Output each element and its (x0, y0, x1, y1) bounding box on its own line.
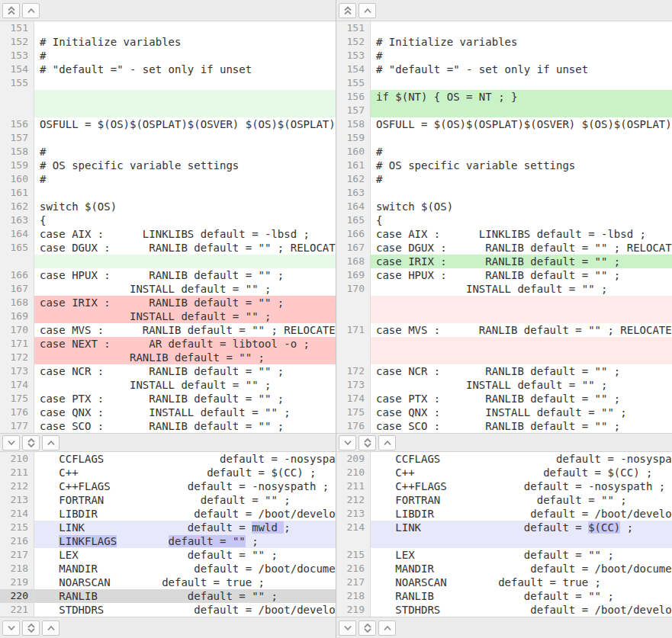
diff-row[interactable]: 171case MVS : RANLIB default = "" ; RELO… (336, 323, 672, 337)
diff-row[interactable]: 166case AIX : LINKLIBS default = -lbsd ; (336, 227, 672, 241)
diff-row[interactable]: 167 INSTALL default = "" ; (0, 282, 336, 296)
diff-row[interactable]: 174 INSTALL default = "" ; (0, 378, 336, 392)
diff-row[interactable]: 219 STDHDRS default = /boot/develop/head… (336, 603, 672, 617)
diff-row[interactable]: 155 (336, 76, 672, 90)
scroll-up-button[interactable] (22, 3, 40, 18)
diff-row[interactable]: 151 (0, 21, 336, 35)
diff-row[interactable]: 170case MVS : RANLIB default = "" ; RELO… (0, 323, 336, 337)
diff-row[interactable]: 173case NCR : RANLIB default = "" ; (0, 364, 336, 378)
scroll-down-button[interactable] (339, 620, 356, 636)
scroll-up-button[interactable] (378, 620, 396, 636)
scroll-to-top-button[interactable] (2, 3, 20, 18)
diff-row[interactable]: 218 MANDIR default = /boot/documentation… (0, 562, 336, 575)
diff-row[interactable]: 167case DGUX : RANLIB default = "" ; REL… (336, 241, 672, 255)
diff-row[interactable]: 175case PTX : RANLIB default = "" ; (0, 392, 336, 406)
scroll-to-top-button[interactable] (339, 3, 356, 18)
diff-row[interactable]: 216 MANDIR default = /boot/documentation… (336, 562, 672, 575)
diff-row[interactable]: 215 LEX default = "" ; (336, 548, 672, 562)
scroll-up-button[interactable] (42, 435, 59, 450)
diff-row[interactable]: 152# Initialize variables (0, 35, 336, 49)
unfold-section-button[interactable] (22, 435, 40, 450)
diff-row[interactable]: 173 INSTALL default = "" ; (336, 378, 672, 392)
diff-row[interactable]: 157 (0, 131, 336, 145)
diff-row[interactable]: 159# OS specific variable settings (0, 159, 336, 172)
diff-row[interactable]: 170 INSTALL default = "" ; (336, 282, 672, 296)
diff-row[interactable] (336, 296, 672, 309)
scroll-down-button[interactable] (2, 435, 20, 450)
diff-row[interactable]: 210 C++ default = $(CC) ; (336, 466, 672, 479)
diff-row[interactable]: 174case PTX : RANLIB default = "" ; (336, 392, 672, 406)
scroll-up-button[interactable] (42, 620, 59, 636)
diff-row[interactable]: 156if $(NT) { OS = NT ; } (336, 90, 672, 104)
diff-row[interactable]: 169 INSTALL default = "" ; (0, 309, 336, 323)
diff-row[interactable]: 176case QNX : INSTALL default = "" ; (0, 406, 336, 419)
diff-row[interactable]: 214 LINK default = $(CC) ; (336, 521, 672, 534)
scroll-down-button[interactable] (2, 620, 20, 636)
scroll-down-button[interactable] (339, 435, 356, 450)
scroll-up-button[interactable] (378, 435, 396, 450)
diff-row[interactable]: 161 (0, 186, 336, 200)
diff-row[interactable]: 153# (0, 49, 336, 63)
unfold-section-button[interactable] (359, 620, 376, 636)
diff-row[interactable]: 215 LINK default = mwld ; (0, 521, 336, 534)
diff-row[interactable]: 220 RANLIB default = "" ; (0, 589, 336, 603)
diff-row[interactable]: 219 NOARSCAN default = true ; (0, 575, 336, 589)
diff-row[interactable]: 165{ (336, 213, 672, 227)
diff-row[interactable]: 163 (336, 186, 672, 200)
diff-row[interactable]: 213 FORTRAN default = "" ; (0, 493, 336, 507)
diff-row[interactable]: 168case IRIX : RANLIB default = "" ; (336, 255, 672, 268)
diff-row[interactable]: 168case IRIX : RANLIB default = "" ; (0, 296, 336, 309)
diff-row[interactable] (336, 534, 672, 548)
diff-row[interactable]: 177case SCO : RANLIB default = "" ; (0, 419, 336, 433)
diff-row[interactable]: 163{ (0, 213, 336, 227)
diff-row[interactable] (0, 104, 336, 117)
diff-row[interactable]: 162switch $(OS) (0, 200, 336, 213)
diff-row[interactable]: 211 C++ default = $(CC) ; (0, 466, 336, 479)
diff-row[interactable]: 221 STDHDRS default = /boot/develop/head… (0, 603, 336, 617)
diff-row[interactable]: 152# Initialize variables (336, 35, 672, 49)
diff-row[interactable]: 151 (336, 21, 672, 35)
diff-row[interactable]: 212 C++FLAGS default = -nosyspath ; (0, 479, 336, 493)
diff-row[interactable]: 214 LIBDIR default = /boot/develop/lib ; (0, 507, 336, 521)
diff-row[interactable]: 155 (0, 76, 336, 90)
diff-row[interactable]: 154# "default =" - set only if unset (0, 63, 336, 76)
diff-row[interactable]: 218 RANLIB default = "" ; (336, 589, 672, 603)
diff-row[interactable]: 164switch $(OS) (336, 200, 672, 213)
diff-row[interactable]: 158# (0, 145, 336, 159)
unfold-section-button[interactable] (22, 620, 40, 636)
diff-row[interactable]: 165case DGUX : RANLIB default = "" ; REL… (0, 241, 336, 255)
diff-row[interactable]: 162# (336, 172, 672, 186)
diff-row[interactable] (0, 90, 336, 104)
diff-row[interactable]: 157 (336, 104, 672, 117)
diff-row[interactable]: 171case NEXT : AR default = libtool -o ; (0, 337, 336, 351)
diff-row[interactable]: 164case AIX : LINKLIBS default = -lbsd ; (0, 227, 336, 241)
diff-row[interactable] (336, 309, 672, 323)
diff-row[interactable]: 217 NOARSCAN default = true ; (336, 575, 672, 589)
unfold-section-button[interactable] (359, 435, 376, 450)
diff-row[interactable]: 213 LIBDIR default = /boot/develop/lib ; (336, 507, 672, 521)
diff-row[interactable]: 216 LINKFLAGS default = "" ; (0, 534, 336, 548)
diff-row[interactable]: 156OSFULL = $(OS)$(OSPLAT)$(OSVER) $(OS)… (0, 117, 336, 131)
diff-row[interactable]: 212 FORTRAN default = "" ; (336, 493, 672, 507)
diff-row[interactable]: 154# "default =" - set only if unset (336, 63, 672, 76)
diff-row[interactable]: 211 C++FLAGS default = -nosyspath ; (336, 479, 672, 493)
diff-row[interactable]: 176case SCO : RANLIB default = "" ; (336, 419, 672, 433)
diff-row[interactable]: 160# (336, 145, 672, 159)
diff-row[interactable]: 158OSFULL = $(OS)$(OSPLAT)$(OSVER) $(OS)… (336, 117, 672, 131)
diff-row[interactable]: 210 CCFLAGS default = -nosyspath ; (0, 452, 336, 466)
diff-row[interactable] (336, 351, 672, 364)
diff-row[interactable] (336, 337, 672, 351)
scroll-up-button[interactable] (359, 3, 376, 18)
diff-row[interactable]: 153# (336, 49, 672, 63)
diff-row[interactable]: 217 LEX default = "" ; (0, 548, 336, 562)
diff-row[interactable]: 169case HPUX : RANLIB default = "" ; (336, 268, 672, 282)
diff-row[interactable]: 159 (336, 131, 672, 145)
diff-row[interactable]: 172case NCR : RANLIB default = "" ; (336, 364, 672, 378)
diff-row[interactable]: 175case QNX : INSTALL default = "" ; (336, 406, 672, 419)
diff-row[interactable]: 172 RANLIB default = "" ; (0, 351, 336, 364)
diff-row[interactable]: 160# (0, 172, 336, 186)
diff-row[interactable]: 166case HPUX : RANLIB default = "" ; (0, 268, 336, 282)
diff-row[interactable] (0, 255, 336, 268)
diff-row[interactable]: 161# OS specific variable settings (336, 159, 672, 172)
diff-row[interactable]: 209 CCFLAGS default = -nosyspath ; (336, 452, 672, 466)
